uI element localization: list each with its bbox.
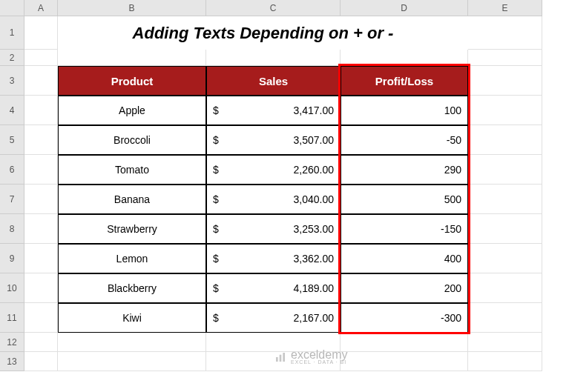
col-header-A[interactable]: A [24,0,58,16]
product-cell[interactable]: Banana [58,185,206,214]
currency-symbol: $ [213,282,219,294]
row-header-1[interactable]: 1 [0,16,24,50]
row-header-9[interactable]: 9 [0,244,24,273]
th-sales[interactable]: Sales [206,66,341,96]
profitloss-cell[interactable]: 200 [341,273,468,303]
currency-symbol: $ [213,134,219,146]
svg-rect-1 [280,355,282,362]
cell-A12[interactable] [24,333,58,352]
sales-cell[interactable]: $3,040.00 [206,185,341,214]
profitloss-cell[interactable]: 400 [341,244,468,273]
watermark-sub: EXCEL · DATA · BI [291,360,347,365]
cell-E1[interactable] [468,16,542,50]
cell-E3[interactable] [468,66,542,96]
cell-E9[interactable] [468,244,542,273]
cell-E6[interactable] [468,155,542,185]
svg-rect-2 [283,353,285,362]
row-header-3[interactable]: 3 [0,66,24,96]
cell-E13[interactable] [468,352,542,371]
product-cell[interactable]: Lemon [58,244,206,273]
cell-A11[interactable] [24,303,58,333]
sales-value: 2,167.00 [294,312,335,324]
cell-A2[interactable] [24,50,58,66]
cell-E12[interactable] [468,333,542,352]
sales-cell[interactable]: $2,167.00 [206,303,341,333]
product-cell[interactable]: Blackberry [58,273,206,303]
cell-B2[interactable] [58,50,206,66]
cell-E2[interactable] [468,50,542,66]
watermark-brand: exceldemy [291,350,347,360]
profitloss-cell[interactable]: 100 [341,96,468,125]
profitloss-cell[interactable]: -150 [341,214,468,244]
chart-icon [274,351,286,363]
cell-E4[interactable] [468,96,542,125]
col-header-C[interactable]: C [206,0,341,16]
cell-C2[interactable] [206,50,341,66]
cell-A3[interactable] [24,66,58,96]
cell-E7[interactable] [468,185,542,214]
col-header-D[interactable]: D [341,0,468,16]
profitloss-cell[interactable]: -300 [341,303,468,333]
cell-A7[interactable] [24,185,58,214]
product-cell[interactable]: Kiwi [58,303,206,333]
row-header-2[interactable]: 2 [0,50,24,66]
profitloss-cell[interactable]: 500 [341,185,468,214]
currency-symbol: $ [213,253,219,265]
sales-cell[interactable]: $3,253.00 [206,214,341,244]
page-title: Adding Texts Depending on + or - [58,16,468,50]
row-header-5[interactable]: 5 [0,125,24,155]
svg-rect-0 [276,357,278,362]
row-header-6[interactable]: 6 [0,155,24,185]
sales-cell[interactable]: $3,362.00 [206,244,341,273]
cell-E11[interactable] [468,303,542,333]
col-header-B[interactable]: B [58,0,206,16]
cell-E8[interactable] [468,214,542,244]
cell-D2[interactable] [341,50,468,66]
row-header-4[interactable]: 4 [0,96,24,125]
cell-A4[interactable] [24,96,58,125]
product-cell[interactable]: Strawberry [58,214,206,244]
th-profitloss[interactable]: Profit/Loss [341,66,468,96]
currency-symbol: $ [213,193,219,205]
row-header-7[interactable]: 7 [0,185,24,214]
sales-cell[interactable]: $3,507.00 [206,125,341,155]
cell-D13[interactable] [341,352,468,371]
watermark: exceldemy EXCEL · DATA · BI [274,350,347,365]
cell-A13[interactable] [24,352,58,371]
currency-symbol: $ [213,104,219,116]
cell-B13[interactable] [58,352,206,371]
cell-D12[interactable] [341,333,468,352]
cell-A1[interactable] [24,16,58,50]
th-product[interactable]: Product [58,66,206,96]
cell-A10[interactable] [24,273,58,303]
cell-A9[interactable] [24,244,58,273]
cell-E5[interactable] [468,125,542,155]
sales-cell[interactable]: $4,189.00 [206,273,341,303]
sales-cell[interactable]: $3,417.00 [206,96,341,125]
product-cell[interactable]: Tomato [58,155,206,185]
spreadsheet-grid: A B C D E 1 Adding Texts Depending on + … [0,0,569,371]
row-header-12[interactable]: 12 [0,333,24,352]
row-header-11[interactable]: 11 [0,303,24,333]
cell-A8[interactable] [24,214,58,244]
currency-symbol: $ [213,312,219,324]
row-header-8[interactable]: 8 [0,214,24,244]
cell-B12[interactable] [58,333,206,352]
profitloss-cell[interactable]: 290 [341,155,468,185]
product-cell[interactable]: Broccoli [58,125,206,155]
sales-value: 3,253.00 [294,223,335,235]
product-cell[interactable]: Apple [58,96,206,125]
row-header-10[interactable]: 10 [0,273,24,303]
cell-A5[interactable] [24,125,58,155]
col-header-E[interactable]: E [468,0,542,16]
sales-value: 3,417.00 [294,104,335,116]
cell-A6[interactable] [24,155,58,185]
sales-cell[interactable]: $2,260.00 [206,155,341,185]
row-header-13[interactable]: 13 [0,352,24,371]
sales-value: 3,507.00 [294,134,335,146]
cell-E10[interactable] [468,273,542,303]
profitloss-cell[interactable]: -50 [341,125,468,155]
sales-value: 4,189.00 [294,282,335,294]
select-all-corner[interactable] [0,0,24,16]
sales-value: 3,362.00 [294,253,335,265]
